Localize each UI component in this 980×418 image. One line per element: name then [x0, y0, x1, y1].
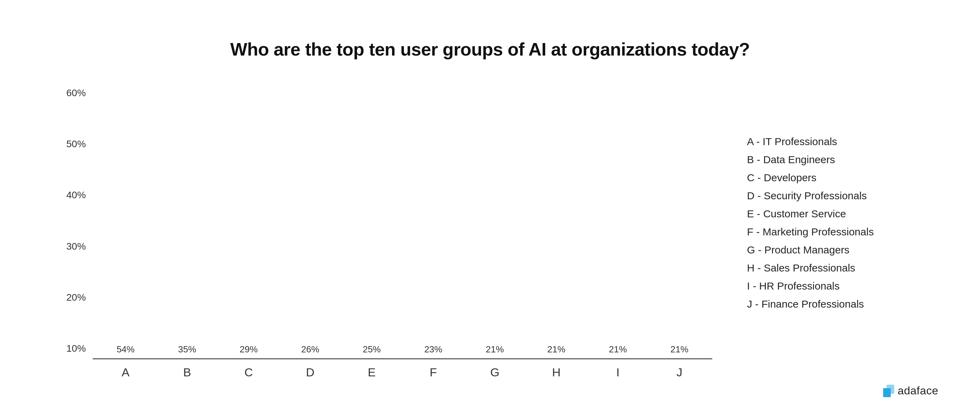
y-axis-label: 60% [66, 87, 86, 99]
y-axis-label: 50% [66, 138, 86, 149]
bar-group: 21% [469, 344, 520, 358]
legend-item: A - IT Professionals [747, 136, 914, 148]
y-axis-label: 30% [66, 241, 86, 252]
bar-value-label: 25% [363, 344, 380, 355]
legend-item: C - Developers [747, 172, 914, 184]
y-axis: 60%50%40%30%20%10% [66, 87, 93, 379]
bars-and-x: 54%35%29%26%25%23%21%21%21%21% ABCDEFGHI… [93, 344, 712, 379]
bar-group: 54% [100, 344, 151, 358]
y-axis-label: 20% [66, 292, 86, 303]
x-axis-label: A [100, 366, 151, 379]
bar-chart-area: 60%50%40%30%20%10% 54%35%29%26%25%23%21%… [66, 87, 712, 379]
legend-item: B - Data Engineers [747, 154, 914, 165]
x-axis-label: J [654, 366, 705, 379]
bar-group: 26% [285, 344, 336, 358]
chart-title: Who are the top ten user groups of AI at… [230, 39, 750, 60]
bar-value-label: 21% [547, 344, 565, 355]
svg-rect-1 [886, 385, 894, 394]
x-axis-label: H [530, 366, 582, 379]
bar-group: 23% [407, 344, 459, 358]
legend-item: H - Sales Professionals [747, 262, 914, 274]
bar-group: 21% [530, 344, 582, 358]
bar-group: 21% [654, 344, 705, 358]
bar-group: 29% [223, 344, 274, 358]
legend-area: A - IT ProfessionalsB - Data EngineersC … [733, 87, 914, 379]
bar-value-label: 21% [486, 344, 504, 355]
bar-group: 35% [161, 344, 213, 358]
bar-value-label: 21% [609, 344, 627, 355]
x-axis-label: E [346, 366, 398, 379]
bar-group: 25% [346, 344, 398, 358]
bar-group: 21% [592, 344, 644, 358]
branding: adaface [883, 384, 938, 397]
adaface-icon [883, 385, 894, 397]
bar-value-label: 26% [301, 344, 319, 355]
bar-value-label: 23% [424, 344, 442, 355]
x-axis-label: G [469, 366, 520, 379]
x-axis: ABCDEFGHIJ [93, 359, 712, 379]
x-axis-label: C [223, 366, 274, 379]
page-wrapper: Who are the top ten user groups of AI at… [0, 0, 980, 418]
x-axis-label: D [285, 366, 336, 379]
x-axis-label: I [592, 366, 644, 379]
brand-name: adaface [898, 384, 938, 397]
bars-wrapper: 54%35%29%26%25%23%21%21%21%21% [93, 344, 712, 359]
bar-value-label: 54% [117, 344, 135, 355]
bar-value-label: 35% [178, 344, 196, 355]
chart-body: 60%50%40%30%20%10% 54%35%29%26%25%23%21%… [66, 87, 914, 379]
legend-item: G - Product Managers [747, 244, 914, 256]
legend-item: D - Security Professionals [747, 190, 914, 202]
legend-item: I - HR Professionals [747, 280, 914, 292]
bar-value-label: 29% [240, 344, 258, 355]
legend-item: F - Marketing Professionals [747, 226, 914, 238]
legend-item: J - Finance Professionals [747, 298, 914, 310]
x-axis-label: F [407, 366, 459, 379]
y-axis-label: 40% [66, 189, 86, 201]
chart-container: Who are the top ten user groups of AI at… [38, 18, 942, 400]
x-axis-label: B [161, 366, 213, 379]
y-axis-label: 10% [66, 343, 86, 354]
bar-value-label: 21% [670, 344, 688, 355]
legend-item: E - Customer Service [747, 208, 914, 220]
